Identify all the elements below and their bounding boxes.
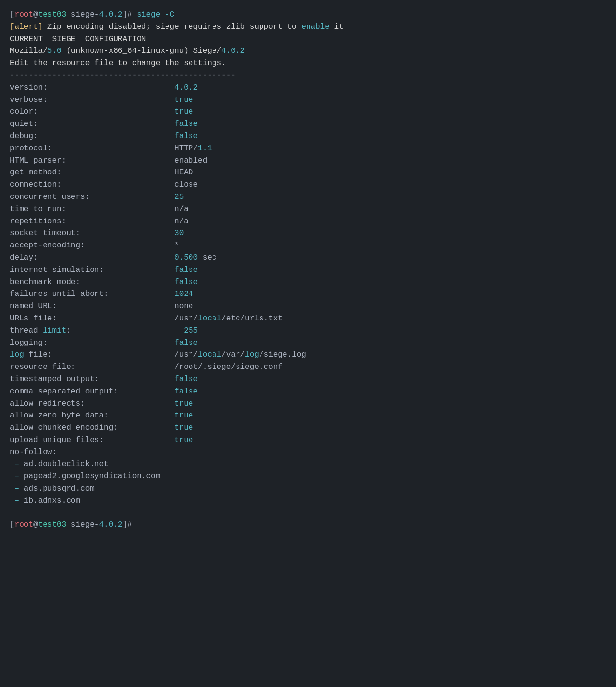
val-html-parser: enabled xyxy=(174,156,207,165)
nf-item-1: – ad.doubleclick.net xyxy=(10,458,606,470)
root-label: root xyxy=(15,10,33,19)
val-time-to-run: n/a xyxy=(174,205,189,214)
mozilla-os: (unknown-x86_64-linux-gnu) Siege/ xyxy=(62,47,221,55)
nf-item-4: – ib.adnxs.com xyxy=(10,495,606,507)
row-time-to-run: time to run: n/a xyxy=(10,203,606,216)
key-allow-chunked: allow chunked encoding: xyxy=(10,423,174,432)
key-socket-timeout: socket timeout: xyxy=(10,229,174,238)
empty-line xyxy=(10,507,606,519)
row-protocol: protocol: HTTP/1.1 xyxy=(10,143,606,155)
val-urls-file-local: local xyxy=(198,314,221,323)
nf-text-2: pagead2.googlesyndication.com xyxy=(19,472,160,481)
alert-line: [alert] Zip encoding disabled; siege req… xyxy=(10,21,606,33)
row-internet-sim: internet simulation: false xyxy=(10,264,606,276)
mozilla-version: 5.0 xyxy=(47,47,62,55)
val-thread-limit: 255 xyxy=(184,326,198,335)
row-urls-file: URLs file: /usr/local/etc/urls.txt xyxy=(10,313,606,325)
edit-line: Edit the resource file to change the set… xyxy=(10,57,606,70)
key-thread: thread xyxy=(10,326,43,335)
key-resource-file: resource file: xyxy=(10,363,174,371)
row-debug: debug: false xyxy=(10,130,606,143)
row-version: version: 4.0.2 xyxy=(10,82,606,94)
mozilla-text: Mozilla/ xyxy=(10,47,47,55)
val-upload-unique: true xyxy=(174,436,193,444)
row-log-file: log file: /usr/local/var/log/siege.log xyxy=(10,349,606,361)
val-protocol-http: HTTP/ xyxy=(174,144,198,153)
terminal: [root@test03 siege-4.0.2]# siege -C [ale… xyxy=(10,9,606,531)
separator: ----------------------------------------… xyxy=(10,71,236,80)
row-repetitions: repetitions: n/a xyxy=(10,216,606,228)
val-log-file-local: local xyxy=(198,350,221,359)
val-log-file-log: log xyxy=(245,350,259,359)
alert-label: [alert] xyxy=(10,23,43,31)
alert-text-end: it xyxy=(330,23,344,31)
key-log-file-rest: file: xyxy=(24,350,174,359)
key-quiet: quiet: xyxy=(10,120,174,128)
at-sign: @ xyxy=(33,10,38,19)
host-label-2: test03 xyxy=(38,520,67,529)
key-no-follow: no-follow: xyxy=(10,448,57,457)
key-upload-unique: upload unique files: xyxy=(10,436,174,444)
row-allow-zero: allow zero byte data: true xyxy=(10,410,606,422)
nf-item-3: – ads.pubsqrd.com xyxy=(10,483,606,495)
nf-text-3: ads.pubsqrd.com xyxy=(19,484,95,493)
val-protocol-ver: 1.1 xyxy=(198,144,212,153)
val-logging: false xyxy=(174,339,198,347)
enable-word: enable xyxy=(301,23,330,31)
key-allow-redirects: allow redirects: xyxy=(10,399,174,408)
row-accept-encoding: accept-encoding: * xyxy=(10,240,606,252)
bracket-close-2: ] xyxy=(122,520,127,529)
val-urls-file-p1: /usr/ xyxy=(174,314,198,323)
log-word: log xyxy=(10,350,24,359)
key-limit-colon: : xyxy=(66,326,184,335)
key-color: color: xyxy=(10,107,174,116)
row-color: color: true xyxy=(10,106,606,118)
key-urls-file: URLs file: xyxy=(10,314,174,323)
key-time-to-run: time to run: xyxy=(10,205,174,214)
host-label: test03 xyxy=(38,10,67,19)
val-urls-file-p2: /etc/urls.txt xyxy=(221,314,283,323)
row-named-url: named URL: none xyxy=(10,300,606,313)
row-connection: connection: close xyxy=(10,179,606,191)
nf-dash-1 xyxy=(10,460,15,468)
val-allow-chunked: true xyxy=(174,423,193,432)
row-upload-unique: upload unique files: true xyxy=(10,434,606,446)
key-repetitions: repetitions: xyxy=(10,217,174,226)
val-connection: close xyxy=(174,180,198,189)
row-timestamped: timestamped output: false xyxy=(10,373,606,386)
key-get-method: get method: xyxy=(10,168,174,177)
edit-text: Edit the resource file to change the set… xyxy=(10,59,226,68)
val-concurrent: 25 xyxy=(174,193,184,201)
version-label-2: 4.0.2 xyxy=(99,520,122,529)
row-quiet: quiet: false xyxy=(10,118,606,130)
key-internet-sim: internet simulation: xyxy=(10,266,174,274)
row-no-follow: no-follow: xyxy=(10,446,606,459)
key-timestamped: timestamped output: xyxy=(10,375,174,384)
key-protocol: protocol: xyxy=(10,144,174,153)
key-benchmark: benchmark mode: xyxy=(10,278,174,287)
val-repetitions: n/a xyxy=(174,217,189,226)
nf-dash-4 xyxy=(10,496,15,505)
nf-text-1: ad.doubleclick.net xyxy=(19,460,108,468)
nf-dash-2 xyxy=(10,472,15,481)
hash-label: # xyxy=(127,10,137,19)
row-get-method: get method: HEAD xyxy=(10,167,606,179)
nf-dash-sym-3: – xyxy=(15,484,20,493)
row-delay: delay: 0.500 sec xyxy=(10,252,606,264)
key-named-url: named URL: xyxy=(10,302,174,311)
hash-label-2: # xyxy=(127,520,132,529)
val-get-method: HEAD xyxy=(174,168,193,177)
nf-dash-3 xyxy=(10,484,15,493)
separator-line: ----------------------------------------… xyxy=(10,70,606,82)
key-verbose: verbose: xyxy=(10,96,174,104)
val-timestamped: false xyxy=(174,375,198,384)
config-header-text: CURRENT SIEGE CONFIGURATION xyxy=(10,35,146,44)
val-comma: false xyxy=(174,387,198,396)
row-logging: logging: false xyxy=(10,337,606,349)
row-thread-limit: thread limit: 255 xyxy=(10,325,606,337)
key-concurrent: concurrent users: xyxy=(10,193,174,201)
key-html-parser: HTML parser: xyxy=(10,156,174,165)
row-socket-timeout: socket timeout: 30 xyxy=(10,227,606,240)
version-label: 4.0.2 xyxy=(99,10,122,19)
key-delay: delay: xyxy=(10,253,174,262)
